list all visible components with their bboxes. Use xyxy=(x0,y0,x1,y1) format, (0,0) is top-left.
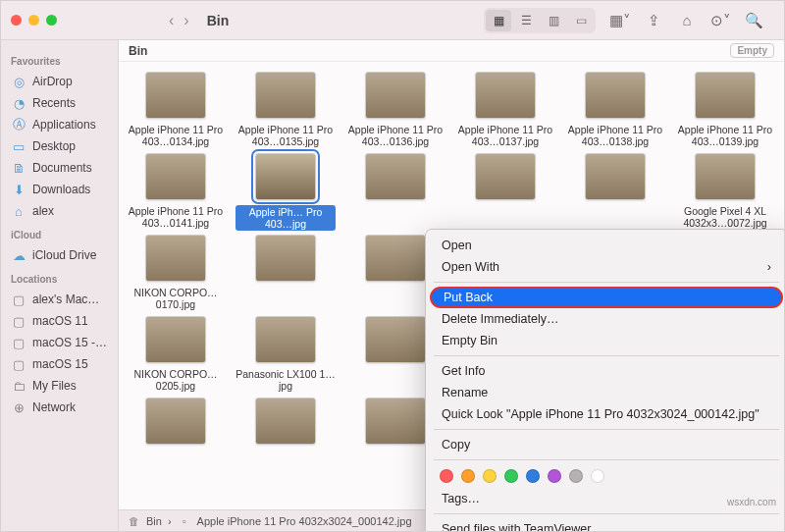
file-thumbnail[interactable] xyxy=(365,153,426,200)
sidebar-item-label: AirDrop xyxy=(32,75,73,88)
file-item[interactable]: NIKON CORPO…0205.jpg xyxy=(123,316,229,394)
file-item[interactable]: Apple iPhone 11 Pro 403…0135.jpg xyxy=(233,72,339,149)
file-thumbnail[interactable] xyxy=(145,235,206,282)
menu-item-delete-immediately[interactable]: Delete Immediately… xyxy=(426,308,785,330)
group-by-button[interactable]: ▦˅ xyxy=(607,10,633,31)
icon-view-button[interactable]: ▦ xyxy=(486,10,511,31)
menu-separator xyxy=(434,429,779,430)
file-thumbnail[interactable] xyxy=(365,72,426,119)
file-item[interactable]: Apple iPhone 11 Pro 403…0139.jpg xyxy=(672,72,778,149)
menu-item-open[interactable]: Open xyxy=(426,235,785,256)
sidebar-item-icloud-drive[interactable]: ☁iCloud Drive xyxy=(7,244,112,266)
sidebar-item-label: Documents xyxy=(32,161,92,175)
tag-color-dot[interactable] xyxy=(461,469,475,483)
file-thumbnail[interactable] xyxy=(365,235,426,282)
file-thumbnail[interactable] xyxy=(255,153,316,200)
sidebar-item-documents[interactable]: 🗎Documents xyxy=(7,157,112,179)
file-item[interactable]: Apple iPhone 11 Pro 403…0141.jpg xyxy=(123,153,229,231)
minimize-window-button[interactable] xyxy=(28,15,39,26)
sidebar-item-desktop[interactable]: ▭Desktop xyxy=(7,135,112,157)
sidebar-item-downloads[interactable]: ⬇Downloads xyxy=(7,179,112,200)
tag-color-dot[interactable] xyxy=(569,469,583,483)
column-view-button[interactable]: ▥ xyxy=(541,10,566,31)
file-thumbnail[interactable] xyxy=(145,316,206,363)
file-item[interactable]: Google Pixel 4 XL 4032x3…0072.jpg xyxy=(672,153,778,231)
file-thumbnail[interactable] xyxy=(145,72,206,119)
sidebar-item-applications[interactable]: ⒶApplications xyxy=(7,114,112,135)
empty-bin-button[interactable]: Empty xyxy=(730,43,774,58)
file-item[interactable] xyxy=(233,235,339,312)
back-button[interactable]: ‹ xyxy=(169,12,174,29)
file-thumbnail[interactable] xyxy=(145,153,206,200)
sidebar-item-alex-mac[interactable]: ▢alex's Mac… xyxy=(7,289,112,310)
menu-item-open-with[interactable]: Open With› xyxy=(426,256,785,278)
menu-separator xyxy=(434,282,779,283)
main-pane: Bin Empty Apple iPhone 11 Pro 403…0134.j… xyxy=(119,40,784,531)
file-thumbnail[interactable] xyxy=(475,153,536,200)
forward-button[interactable]: › xyxy=(183,12,188,29)
search-button[interactable]: 🔍 xyxy=(741,10,766,31)
file-thumbnail[interactable] xyxy=(695,72,756,119)
file-thumbnail[interactable] xyxy=(585,153,646,200)
sidebar-item-macos-11[interactable]: ▢macOS 11 xyxy=(7,310,112,332)
close-window-button[interactable] xyxy=(11,15,22,26)
file-item[interactable]: Apple iPhone 11 Pro 403…0134.jpg xyxy=(123,72,229,149)
file-name-label: Apple iPhone 11 Pro 403…0134.jpg xyxy=(126,124,226,149)
sidebar-item-airdrop[interactable]: ◎AirDrop xyxy=(7,71,112,92)
file-item[interactable] xyxy=(342,153,448,231)
path-segment[interactable]: Apple iPhone 11 Pro 4032x3024_000142.jpg xyxy=(197,515,412,527)
file-thumbnail[interactable] xyxy=(475,72,536,119)
list-view-button[interactable]: ☰ xyxy=(513,10,539,31)
sidebar-item-home[interactable]: ⌂alex xyxy=(7,200,112,222)
more-actions-button[interactable]: ⊙˅ xyxy=(707,10,733,31)
sidebar-item-my-files[interactable]: 🗀My Files xyxy=(7,375,112,397)
gallery-view-button[interactable]: ▭ xyxy=(568,10,594,31)
file-thumbnail[interactable] xyxy=(365,398,426,445)
file-thumbnail[interactable] xyxy=(695,153,756,200)
file-item[interactable] xyxy=(123,398,229,475)
path-segment[interactable]: Bin xyxy=(146,515,162,527)
image-icon: ▫ xyxy=(178,514,191,528)
file-thumbnail[interactable] xyxy=(255,398,316,445)
file-item[interactable] xyxy=(452,153,558,231)
file-item[interactable] xyxy=(233,398,339,475)
file-thumbnail[interactable] xyxy=(145,398,206,445)
zoom-window-button[interactable] xyxy=(46,15,57,26)
tag-color-dot[interactable] xyxy=(504,469,518,483)
tags-button[interactable]: ⌂ xyxy=(674,10,700,31)
menu-item-quick-look[interactable]: Quick Look "Apple iPhone 11 Pro 4032x302… xyxy=(426,403,785,425)
file-item[interactable]: Apple iPhone 11 Pro 403…0138.jpg xyxy=(562,72,668,149)
file-thumbnail[interactable] xyxy=(585,72,646,119)
chevron-right-icon: › xyxy=(767,260,771,274)
sidebar-item-recents[interactable]: ◔Recents xyxy=(7,92,112,114)
share-button[interactable]: ⇪ xyxy=(641,10,666,31)
tag-color-dot[interactable] xyxy=(526,469,540,483)
menu-item-get-info[interactable]: Get Info xyxy=(426,360,785,382)
file-thumbnail[interactable] xyxy=(365,316,426,363)
file-thumbnail[interactable] xyxy=(255,316,316,363)
file-item[interactable]: Apple iPhone 11 Pro 403…0137.jpg xyxy=(452,72,558,149)
menu-item-teamviewer[interactable]: Send files with TeamViewer xyxy=(426,518,785,532)
file-item[interactable]: Apple iPh… Pro 403…jpg xyxy=(233,153,339,231)
tag-color-dot[interactable] xyxy=(440,469,453,483)
file-thumbnail[interactable] xyxy=(255,235,316,282)
sidebar-item-label: Downloads xyxy=(32,183,90,196)
sidebar-item-macos-15[interactable]: ▢macOS 15 xyxy=(7,353,112,375)
file-item[interactable] xyxy=(562,153,668,231)
titlebar: ‹ › Bin ▦ ☰ ▥ ▭ ▦˅ ⇪ ⌂ ⊙˅ 🔍 xyxy=(1,1,784,40)
file-item[interactable]: Apple iPhone 11 Pro 403…0136.jpg xyxy=(342,72,448,149)
sidebar-item-macos-15a[interactable]: ▢macOS 15 -… xyxy=(7,332,112,353)
file-thumbnail[interactable] xyxy=(255,72,316,119)
tag-color-none[interactable] xyxy=(591,469,604,483)
sidebar-item-network[interactable]: ⊕Network xyxy=(7,397,112,418)
file-name-label: Apple iPhone 11 Pro 403…0135.jpg xyxy=(236,124,336,149)
menu-item-copy[interactable]: Copy xyxy=(426,434,785,455)
file-item[interactable]: NIKON CORPO…0170.jpg xyxy=(123,235,229,312)
menu-item-rename[interactable]: Rename xyxy=(426,382,785,403)
menu-item-empty-bin[interactable]: Empty Bin xyxy=(426,330,785,351)
tag-color-dot[interactable] xyxy=(483,469,497,483)
file-item[interactable]: Panasonic LX100 1…jpg xyxy=(233,316,339,394)
menu-item-put-back[interactable]: Put Back xyxy=(430,287,783,308)
tag-color-dot[interactable] xyxy=(548,469,561,483)
sidebar-item-label: macOS 11 xyxy=(32,314,88,328)
